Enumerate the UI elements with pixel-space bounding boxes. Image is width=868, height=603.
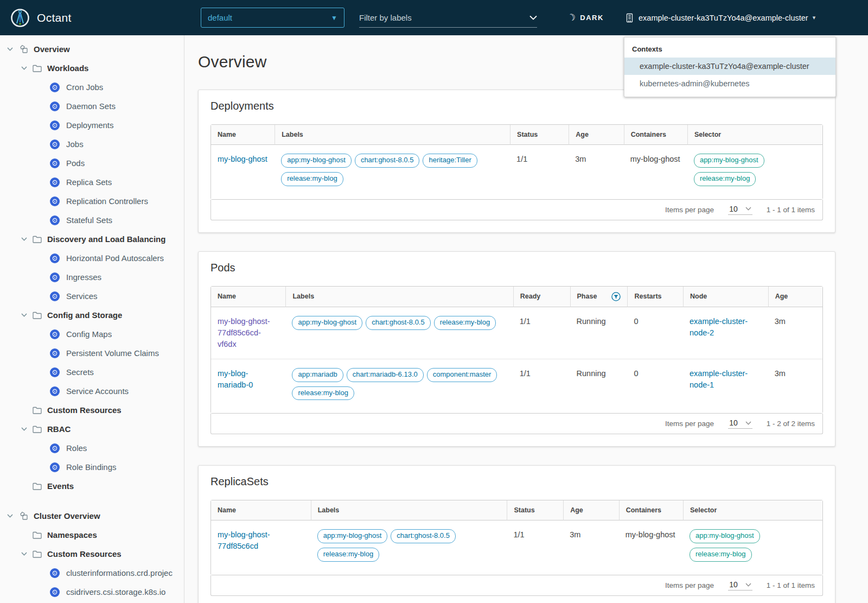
- table-cell: 1/1: [513, 307, 570, 359]
- sidebar-item-clusterinformations-crd-projec[interactable]: clusterinformations.crd.projec: [0, 563, 184, 582]
- top-navbar: Octant default ▼ ☽ DARK example-cluster-…: [0, 0, 868, 35]
- sidebar-item-overview[interactable]: Overview: [0, 40, 184, 59]
- column-header: Labels: [285, 287, 513, 307]
- resource-link[interactable]: example-cluster-node-2: [690, 317, 748, 337]
- table-row: my-blog-ghost-77df85c6cdapp:my-blog-ghos…: [211, 521, 822, 575]
- column-header-label: Status: [514, 506, 534, 514]
- chevron-down-icon[interactable]: [21, 237, 27, 241]
- chevron-down-icon[interactable]: [21, 552, 27, 556]
- column-header-label: Restarts: [634, 293, 661, 300]
- column-header-label: Selector: [690, 506, 717, 514]
- resource-link[interactable]: example-cluster-node-1: [690, 369, 748, 389]
- table-cell: app:my-blog-ghostchart:ghost-8.0.5herita…: [275, 145, 510, 199]
- label-filter-input[interactable]: [359, 13, 511, 22]
- sidebar-item-jobs[interactable]: Jobs: [0, 135, 184, 154]
- column-header: Selector: [687, 125, 822, 145]
- chevron-down-icon: [745, 421, 751, 425]
- sidebar-item-pods[interactable]: Pods: [0, 154, 184, 173]
- sidebar-item-custom-resources[interactable]: Custom Resources: [0, 544, 184, 563]
- sidebar-item-workloads[interactable]: Workloads: [0, 59, 184, 78]
- page-size-select[interactable]: 10: [728, 418, 752, 429]
- label-chip: app:my-blog-ghost: [694, 154, 764, 168]
- theme-toggle-button[interactable]: ☽ DARK: [567, 0, 604, 35]
- sidebar-item-label: Stateful Sets: [66, 215, 112, 225]
- resource-link[interactable]: my-blog-ghost-77df85c6cd-vf6dx: [218, 317, 270, 348]
- cell-text: 3m: [775, 317, 786, 326]
- column-header: Containers: [624, 125, 687, 145]
- page-size-select[interactable]: 10: [728, 205, 752, 215]
- column-header: Node: [683, 287, 768, 307]
- table-cell: 3m: [768, 307, 822, 359]
- table-cell: app:my-blog-ghostrelease:my-blog: [683, 521, 822, 575]
- page-size-value: 10: [729, 418, 738, 427]
- sidebar-item-replica-sets[interactable]: Replica Sets: [0, 173, 184, 192]
- column-header: Age: [768, 287, 822, 307]
- sidebar-item-label: Replica Sets: [66, 177, 112, 187]
- chevron-down-icon[interactable]: [7, 514, 13, 518]
- sidebar-item-discovery-and-load-balancing[interactable]: Discovery and Load Balancing: [0, 230, 184, 249]
- folder-icon: [33, 312, 42, 319]
- brand: Octant: [10, 0, 72, 35]
- deployments-icon: [50, 120, 60, 130]
- sidebar-item-roles[interactable]: Roles: [0, 439, 184, 458]
- sidebar-item-deployments[interactable]: Deployments: [0, 116, 184, 135]
- resource-link[interactable]: my-blog-mariadb-0: [218, 369, 253, 389]
- sidebar-item-ingresses[interactable]: Ingresses: [0, 268, 184, 287]
- cell-text: Running: [577, 317, 606, 326]
- cell-text: 3m: [775, 369, 786, 378]
- pods-icon: [50, 158, 60, 168]
- table-row: my-blog-ghostapp:my-blog-ghostchart:ghos…: [211, 145, 822, 199]
- sidebar-item-label: Daemon Sets: [66, 101, 116, 111]
- sidebar-item-persistent-volume-claims[interactable]: Persistent Volume Claims: [0, 344, 184, 363]
- resource-link[interactable]: my-blog-ghost: [218, 155, 267, 163]
- sidebar-item-config-and-storage[interactable]: Config and Storage: [0, 306, 184, 325]
- sidebar-item-label: clusterinformations.crd.projec: [66, 568, 173, 577]
- resource-link[interactable]: my-blog-ghost-77df85c6cd: [218, 530, 270, 550]
- chevron-down-icon[interactable]: [529, 15, 537, 20]
- table-cell: app:my-blog-ghostchart:ghost-8.0.5releas…: [285, 307, 513, 359]
- sidebar-item-csidrivers-csi-storage-k8s-io[interactable]: csidrivers.csi.storage.k8s.io: [0, 582, 184, 601]
- column-header-label: Age: [570, 506, 583, 514]
- pagination-range: 1 - 2 of 2 items: [767, 420, 815, 428]
- sidebar-item-stateful-sets[interactable]: Stateful Sets: [0, 211, 184, 230]
- octant-logo-icon: [10, 8, 30, 28]
- sidebar-item-role-bindings[interactable]: Role Bindings: [0, 458, 184, 477]
- chevron-down-icon[interactable]: [7, 47, 13, 51]
- sidebar-item-cron-jobs[interactable]: Cron Jobs: [0, 78, 184, 97]
- secrets-icon: [50, 367, 60, 377]
- column-header-label: Ready: [520, 293, 541, 300]
- table-cell: 0: [627, 307, 683, 359]
- cell-text: my-blog-ghost: [630, 155, 680, 163]
- applications-icon: [18, 511, 28, 521]
- label-chip: release:my-blog: [292, 386, 354, 401]
- chevron-down-icon[interactable]: [21, 66, 27, 70]
- sidebar-item-namespaces[interactable]: Namespaces: [0, 525, 184, 544]
- sidebar-item-services[interactable]: Services: [0, 287, 184, 306]
- page-size-select[interactable]: 10: [728, 580, 752, 591]
- sidebar-item-custom-resources[interactable]: Custom Resources: [0, 401, 184, 420]
- sidebar-item-config-maps[interactable]: Config Maps: [0, 325, 184, 344]
- sidebar-item-label: Events: [47, 481, 74, 491]
- context-menu-item[interactable]: example-cluster-ka3TuTzYo4a@example-clus…: [624, 58, 835, 75]
- sidebar-item-label: RBAC: [47, 424, 71, 434]
- sidebar-item-label: Custom Resources: [47, 405, 122, 415]
- sidebar-item-service-accounts[interactable]: Service Accounts: [0, 382, 184, 401]
- chevron-down-icon[interactable]: [21, 427, 27, 431]
- sidebar-item-events[interactable]: Events: [0, 477, 184, 496]
- sidebar-item-label: Secrets: [66, 367, 94, 377]
- context-switcher[interactable]: example-cluster-ka3TuTzYo4a@example-clus…: [625, 0, 815, 35]
- sidebar-item-rbac[interactable]: RBAC: [0, 420, 184, 439]
- filter-icon[interactable]: [611, 292, 621, 301]
- sidebar-item-cluster-overview[interactable]: Cluster Overview: [0, 506, 184, 525]
- sidebar-item-secrets[interactable]: Secrets: [0, 363, 184, 382]
- services-icon: [50, 291, 60, 301]
- sidebar-item-daemon-sets[interactable]: Daemon Sets: [0, 97, 184, 116]
- column-header: Age: [569, 125, 623, 145]
- context-menu-item[interactable]: kubernetes-admin@kubernetes: [624, 75, 835, 92]
- chevron-down-icon[interactable]: [21, 313, 27, 317]
- sidebar-item-replication-controllers[interactable]: Replication Controllers: [0, 192, 184, 211]
- config-maps-icon: [50, 329, 60, 339]
- folder-icon: [33, 65, 42, 72]
- namespace-select[interactable]: default ▼: [201, 8, 344, 28]
- sidebar-item-horizontal-pod-autoscalers[interactable]: Horizontal Pod Autoscalers: [0, 249, 184, 268]
